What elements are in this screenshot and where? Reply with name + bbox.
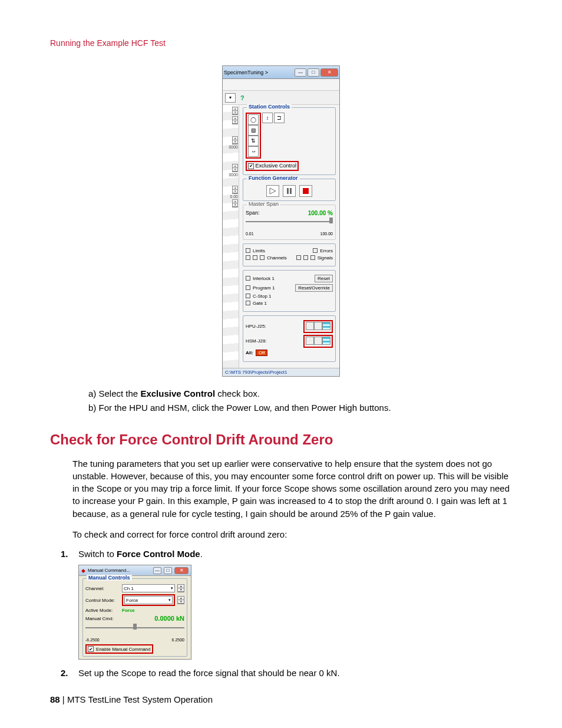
span-value: 100.00 %	[308, 210, 333, 216]
window-title: Manual Command...	[88, 568, 151, 573]
span-min: 0.01	[246, 232, 254, 236]
channel-select[interactable]: Ch 1▾	[122, 584, 175, 592]
hpu-label: HPU-J25:	[246, 324, 266, 329]
exclusive-control-highlight: ✔ Exclusive Control	[246, 161, 299, 171]
numbered-step-2: 2. Set up the Scope to read the force si…	[61, 668, 512, 678]
menu-bar	[223, 79, 339, 91]
stop-button[interactable]	[299, 185, 312, 197]
close-button[interactable]: ✕	[320, 68, 338, 77]
cmd-max: 6.2500	[172, 638, 184, 642]
footer-sep: |	[60, 694, 67, 704]
step1-text: Switch to	[78, 549, 117, 559]
toolbar: ▾ ?	[223, 91, 339, 105]
reset-override-button[interactable]: Reset/Override	[295, 284, 333, 292]
app-icon: ◆	[81, 568, 85, 574]
interlock-group: Interlock 1 Reset Program 1 Reset/Overri…	[243, 270, 336, 312]
tool-icon-3[interactable]: ⇅	[248, 136, 259, 146]
mode-spinner[interactable]: ▴▾	[177, 596, 184, 604]
maximize-button[interactable]: □	[164, 567, 172, 574]
hpu-high-button[interactable]	[322, 322, 330, 330]
span-max: 100.00	[320, 232, 333, 236]
tick-label: 0000	[229, 145, 238, 149]
gate-label: Gate 1	[253, 301, 267, 306]
control-mode-label: Control Mode:	[85, 598, 120, 603]
function-generator-group: Function Generator	[243, 179, 336, 201]
section-paragraph-2: To check and correct for force control d…	[72, 528, 512, 541]
station-controls-screenshot: SpecimenTuning > — □ ✕ ▾ ? ▴▾ ▴▾ ▴▾ 0000…	[222, 65, 340, 377]
step-a: a) Select the	[88, 388, 140, 398]
manual-cmd-value: 0.0000 kN	[122, 615, 184, 622]
step-a-tail: check box.	[215, 388, 260, 398]
close-button[interactable]: ✕	[174, 567, 189, 574]
pause-button[interactable]	[283, 185, 296, 197]
enable-manual-checkbox[interactable]: ✔	[88, 646, 94, 652]
step2-text: Set up the Scope to read the force signa…	[78, 668, 340, 678]
active-mode-value: Force	[122, 608, 135, 613]
exclusive-control-label: Exclusive Control	[256, 163, 297, 169]
svg-rect-0	[287, 188, 289, 194]
tool-icon-6[interactable]: ⊐	[274, 113, 285, 123]
manual-controls-group: Manual Controls Channel: Ch 1▾ ▴▾ Contro…	[82, 578, 187, 657]
step-a-bold: Exclusive Control	[140, 388, 215, 398]
tool-icon-4[interactable]: ⎃	[248, 146, 259, 157]
group-title: Master Span	[247, 201, 280, 207]
channel-spinner[interactable]: ▴▾	[177, 584, 184, 592]
errors-label: Errors	[320, 248, 333, 253]
active-mode-label: Active Mode:	[85, 608, 120, 613]
master-span-group: Master Span Span: 100.00 % 0.01 100.00	[243, 205, 336, 240]
window-titlebar: SpecimenTuning > — □ ✕	[223, 66, 339, 79]
reset-button[interactable]: Reset	[315, 275, 333, 282]
footer-title: MTS TestLine Test System Operation	[67, 694, 213, 704]
tool-icon-1[interactable]: ◯	[248, 114, 259, 125]
maximize-button[interactable]: □	[308, 68, 319, 77]
status-bar-path: C:\MTS 793\Projects\Project1	[223, 368, 339, 376]
tool-icon-2[interactable]: ▧	[248, 125, 259, 136]
minimize-button[interactable]: —	[153, 567, 161, 574]
hsm-off-button[interactable]	[306, 337, 314, 345]
step1-bold: Force Control Mode	[117, 549, 200, 559]
tick-label: 0000	[229, 173, 238, 177]
control-mode-value: Force	[126, 598, 138, 603]
page-number: 88	[50, 694, 60, 704]
tool-icon-5[interactable]: ↕	[262, 113, 273, 123]
control-mode-select[interactable]: Force▾	[124, 596, 173, 604]
svg-rect-1	[290, 188, 292, 194]
svg-rect-2	[303, 188, 309, 194]
channel-label: Channel:	[85, 586, 120, 591]
all-off-badge: Off	[256, 350, 268, 356]
step1-tail: .	[200, 549, 203, 559]
power-group: HPU-J25: HSM-J28: All: Off	[243, 315, 336, 362]
help-icon[interactable]: ?	[240, 94, 244, 101]
hsm-low-button[interactable]	[314, 337, 322, 345]
instruction-list: a) Select the Exclusive Control check bo…	[88, 387, 512, 415]
interlock-label: Interlock 1	[253, 276, 275, 281]
section-paragraph-1: The tuning parameters that you set up ea…	[72, 457, 512, 520]
hsm-label: HSM-J28:	[246, 338, 267, 344]
run-button[interactable]	[266, 185, 279, 197]
limits-label: Limits	[253, 248, 265, 253]
span-label: Span:	[246, 210, 260, 216]
left-scale-gutter: ▴▾ ▴▾ ▴▾ 0000 ▴▾ 0000 ▴▾ 0.00 ▴▾	[223, 105, 239, 368]
manual-cmd-label: Manual Cmd:	[85, 616, 120, 621]
all-label: All:	[246, 350, 253, 355]
exclusive-control-checkbox[interactable]: ✔	[248, 163, 254, 169]
window-title: SpecimenTuning >	[224, 70, 268, 75]
toolbar-dropdown[interactable]: ▾	[225, 93, 236, 103]
cstop-label: C-Stop 1	[253, 294, 272, 299]
page-header-breadcrumb: Running the Example HCF Test	[50, 38, 512, 48]
minimize-button[interactable]: —	[295, 68, 306, 77]
station-controls-group: Station Controls ◯ ▧ ⇅ ⎃ ↕ ⊐ ✔ Exclusive…	[243, 107, 336, 175]
channels-label: Channels	[267, 255, 287, 261]
hpu-off-button[interactable]	[306, 322, 314, 330]
section-heading: Check for Force Control Drift Around Zer…	[50, 431, 512, 448]
tick-label: 0.00	[230, 195, 238, 199]
page-footer: 88 | MTS TestLine Test System Operation	[50, 694, 213, 704]
span-slider[interactable]	[246, 218, 333, 226]
cmd-slider[interactable]	[85, 624, 184, 632]
manual-command-screenshot: ◆ Manual Command... — □ ✕ Manual Control…	[78, 565, 191, 660]
hpu-low-button[interactable]	[314, 322, 322, 330]
numbered-step-1: 1. Switch to Force Control Mode.	[61, 549, 512, 559]
status-group: Limits Errors Channels Signals	[243, 243, 336, 266]
hsm-high-button[interactable]	[322, 337, 330, 345]
signals-label: Signals	[318, 255, 333, 261]
